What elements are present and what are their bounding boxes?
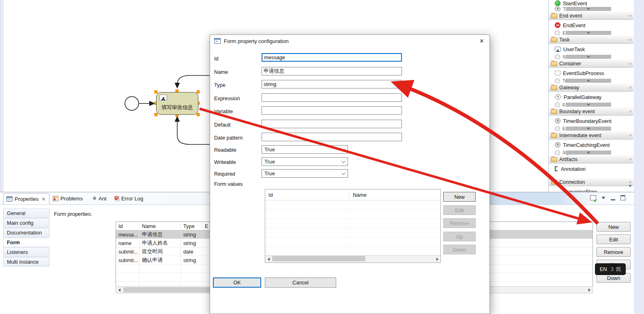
palette-item-usertask[interactable]: UserTask (549, 44, 633, 54)
palette-group-container[interactable]: Container ‹› (549, 59, 633, 68)
dialog-title-bar[interactable]: Form property configuration (210, 35, 489, 47)
expression-input[interactable] (262, 93, 402, 102)
scroll-right-icon[interactable] (586, 287, 592, 293)
cell: submit... (116, 256, 140, 264)
col-name[interactable]: Name (350, 192, 440, 198)
palette-group-task[interactable]: Task ‹› (549, 35, 633, 44)
palette-group-connection[interactable]: Connection ‹› (549, 178, 633, 186)
default-input[interactable] (262, 120, 402, 128)
palette-group-gateway[interactable]: Gateway ‹› (549, 83, 633, 92)
pin-drawer-icon[interactable]: ‹› (629, 109, 631, 114)
sidebar-item-listeners[interactable]: Listeners (3, 247, 49, 257)
values-remove-button[interactable]: Remove (443, 218, 476, 228)
sequence-flow-icon: → (555, 189, 560, 192)
col-id[interactable]: Id (116, 222, 140, 230)
cell: string (181, 256, 202, 264)
view-menu-icon[interactable] (601, 197, 605, 199)
scroll-right-icon[interactable] (434, 256, 440, 262)
remove-button[interactable]: Remove (597, 247, 631, 257)
col-id[interactable]: Id (265, 192, 350, 198)
values-edit-button[interactable]: Edit (443, 205, 476, 215)
table-row-empty[interactable] (265, 210, 440, 219)
palette-item-partial-scripttask[interactable]: Scri (549, 54, 633, 59)
palette-group-end-event[interactable]: End event ‹› (549, 11, 633, 20)
readable-select[interactable]: True (262, 145, 348, 154)
palette-item-partial-exclusivegateway[interactable]: Excl (549, 102, 633, 107)
col-name[interactable]: Name (140, 222, 181, 230)
name-input[interactable] (262, 67, 402, 75)
edit-button[interactable]: Edit (597, 234, 631, 244)
new-button[interactable]: New (597, 222, 631, 232)
ime-language-badge[interactable]: EN ☽ 简 (595, 263, 626, 275)
problems-icon (53, 196, 58, 201)
palette-group-intermediate-event[interactable]: Intermediate event ‹› (549, 131, 633, 140)
date-pattern-input[interactable] (262, 133, 402, 141)
table-row-empty[interactable] (265, 219, 440, 228)
required-select[interactable]: True (262, 169, 348, 178)
pin-drawer-icon[interactable]: ‹› (629, 133, 631, 138)
id-input[interactable] (262, 53, 402, 62)
sidebar-item-main-config[interactable]: Main config (3, 218, 49, 228)
palette-item-partial-timerstartevent[interactable]: Tim (549, 6, 633, 11)
sidebar-item-form[interactable]: Form (3, 238, 49, 247)
palette-item-timerboundaryevent[interactable]: TimerBoundaryEvent (549, 116, 633, 126)
variable-input[interactable] (262, 106, 402, 115)
palette-item-startevent[interactable]: StartEvent (549, 0, 633, 6)
table-row-empty[interactable] (265, 228, 440, 238)
bpmn-palette[interactable]: StartEvent Tim End event ‹› EndEvent Err… (548, 0, 633, 192)
values-down-button[interactable]: Down (443, 245, 476, 254)
palette-item-partial-errorendevent[interactable]: Err (549, 30, 633, 35)
sidebar-item-multi-instance[interactable]: Multi instance (3, 257, 49, 267)
script-task-icon (555, 54, 560, 59)
pin-drawer-icon[interactable]: ‹› (629, 37, 631, 42)
scroll-left-icon[interactable] (116, 287, 122, 293)
values-horizontal-scrollbar[interactable] (265, 255, 440, 262)
col-type[interactable]: Type (181, 222, 202, 230)
palette-item-partial-errorboundaryevent[interactable]: Err (549, 126, 633, 131)
table-row-empty[interactable] (265, 200, 440, 210)
palette-overflow-indicator (566, 55, 611, 59)
tab-problems[interactable]: Problems (53, 193, 83, 204)
palette-group-artifacts[interactable]: Artifacts ‹› (549, 155, 633, 163)
maximize-icon[interactable] (620, 195, 625, 200)
scroll-left-icon[interactable] (265, 256, 272, 262)
scrollbar-thumb[interactable] (272, 256, 365, 261)
type-input[interactable] (262, 80, 402, 88)
user-task-node[interactable]: 填写审批信息 (156, 92, 198, 115)
palette-item-eventsubprocess[interactable]: EventSubProcess (549, 68, 633, 78)
tab-properties[interactable]: Properties ✕ (3, 193, 49, 204)
pin-drawer-icon[interactable]: ‹› (629, 157, 631, 161)
palette-group-boundary-event[interactable]: Boundary event ‹› (549, 107, 633, 116)
palette-scroll-down-arrow[interactable] (629, 185, 632, 187)
tab-ant[interactable]: ※ Ant (92, 193, 107, 204)
new-wizard-icon[interactable] (590, 195, 596, 200)
tab-error-log[interactable]: ✕ Error Log (114, 193, 143, 204)
pin-drawer-icon[interactable]: ‹› (629, 180, 631, 184)
writeable-select[interactable]: True (262, 157, 348, 166)
pin-drawer-icon[interactable]: ‹› (629, 85, 631, 90)
right-collapsed-panel-strip[interactable] (634, 0, 644, 314)
values-new-button[interactable]: New (443, 192, 476, 202)
values-up-button[interactable]: Up (443, 232, 476, 241)
form-values-table[interactable]: Id Name (265, 189, 441, 263)
palette-item-annotation[interactable]: Annotation (549, 163, 633, 174)
cancel-button[interactable]: Cancel (265, 277, 336, 288)
error-log-icon: ✕ (114, 196, 119, 201)
palette-item-partial-transaction[interactable]: Tra (549, 78, 633, 83)
palette-item-partial-signalcatchingevent[interactable]: Sig (549, 150, 633, 155)
exclusive-gateway-icon (555, 102, 560, 107)
minimize-icon[interactable] (611, 198, 615, 200)
ok-button[interactable]: OK (213, 277, 261, 288)
pin-drawer-icon[interactable]: ‹› (629, 61, 631, 66)
sidebar-item-documentation[interactable]: Documentation (3, 228, 49, 237)
palette-item-parallelgateway[interactable]: + ParallelGateway (549, 92, 633, 102)
palette-item-label: EndEvent (563, 22, 586, 28)
tab-close-icon[interactable]: ✕ (41, 196, 45, 202)
palette-item-endevent[interactable]: EndEvent (549, 20, 633, 30)
dialog-close-icon[interactable]: × (479, 37, 484, 45)
pin-drawer-icon[interactable]: ‹› (629, 13, 631, 18)
sidebar-item-general[interactable]: General (3, 209, 49, 218)
palette-item-sequenceflow[interactable]: → SequenceFlow (549, 186, 633, 192)
palette-item-timercatchingevent[interactable]: TimerCatchingEvent (549, 140, 633, 150)
table-row-empty[interactable] (265, 238, 440, 247)
